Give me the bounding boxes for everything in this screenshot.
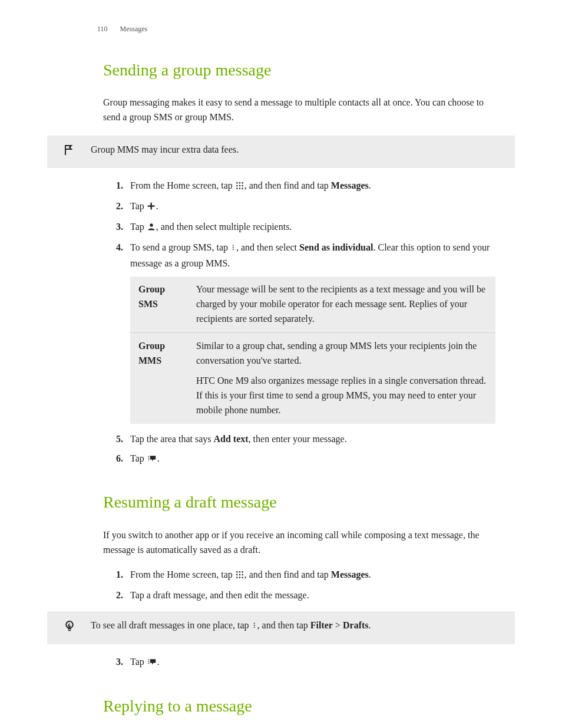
- page-header: 110 Messages: [62, 24, 500, 35]
- list-item: Tap .: [125, 199, 500, 215]
- list-item: Tap a draft message, and then edit the m…: [125, 588, 500, 603]
- list-item: Tap .: [125, 452, 500, 467]
- intro-paragraph: Group messaging makes it easy to send a …: [62, 95, 500, 125]
- flag-icon: [58, 143, 87, 162]
- note-text: Group MMS may incur extra data fees.: [87, 143, 504, 157]
- tip-bulb-icon: [58, 618, 87, 637]
- table-row: Group SMS Your message will be sent to t…: [130, 276, 495, 332]
- note-box: Group MMS may incur extra data fees.: [47, 136, 515, 169]
- heading-sending-group: Sending a group message: [62, 57, 500, 83]
- overflow-icon: [252, 620, 257, 634]
- send-icon: [147, 453, 157, 467]
- list-item: Tap , and then select multiple recipient…: [125, 220, 500, 236]
- option-key: Group MMS: [130, 332, 188, 423]
- apps-grid-icon: [235, 180, 244, 195]
- tip-box: To see all draft messages in one place, …: [47, 611, 515, 644]
- send-icon: [147, 656, 157, 671]
- person-icon: [147, 221, 156, 236]
- steps-list-2b: Tap .: [62, 655, 500, 671]
- steps-list-2a: From the Home screen, tap , and then fin…: [62, 568, 500, 603]
- option-key: Group SMS: [130, 276, 188, 332]
- option-value: Similar to a group chat, sending a group…: [188, 332, 495, 423]
- tip-text: To see all draft messages in one place, …: [87, 618, 504, 634]
- section-label: Messages: [120, 25, 148, 33]
- steps-list-1: From the Home screen, tap , and then fin…: [62, 179, 500, 467]
- intro-paragraph: If you switch to another app or if you r…: [62, 528, 500, 558]
- list-item: Tap .: [125, 655, 500, 671]
- page-number: 110: [97, 24, 108, 35]
- table-row: Group MMS Similar to a group chat, sendi…: [130, 332, 495, 423]
- options-table: Group SMS Your message will be sent to t…: [130, 276, 495, 423]
- list-item: Tap the area that says Add text, then en…: [125, 432, 500, 447]
- heading-resuming-draft: Resuming a draft message: [62, 489, 500, 515]
- option-value: Your message will be sent to the recipie…: [188, 276, 495, 332]
- overflow-icon: [230, 242, 236, 256]
- list-item: To send a group SMS, tap , and then sele…: [125, 241, 500, 424]
- document-page: 110 Messages Sending a group message Gro…: [0, 0, 562, 728]
- list-item: From the Home screen, tap , and then fin…: [125, 568, 500, 584]
- list-item: From the Home screen, tap , and then fin…: [125, 179, 500, 195]
- apps-grid-icon: [235, 569, 244, 584]
- heading-replying: Replying to a message: [62, 693, 500, 719]
- plus-icon: [147, 200, 156, 215]
